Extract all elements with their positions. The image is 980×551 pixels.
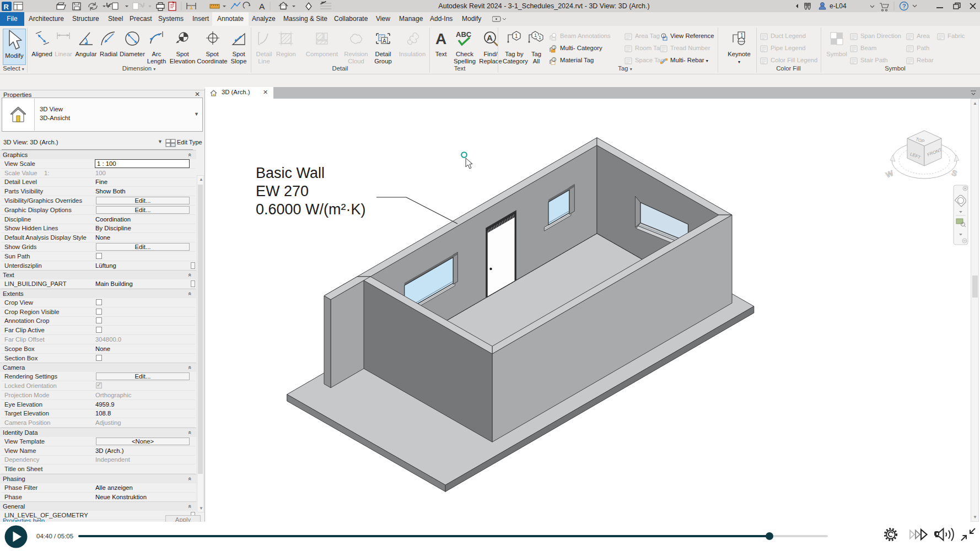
svg-text:0.6000 W/(m²·K): 0.6000 W/(m²·K) [256,201,366,218]
svg-text:1: 1 [534,33,537,38]
svg-text:1: 1 [515,33,518,39]
svg-text:1: 1 [740,33,744,39]
svg-text:A: A [383,38,386,44]
svg-text:1: 1 [539,35,541,40]
svg-text:1: 1 [553,58,556,62]
svg-text:?: ? [902,3,906,9]
svg-text:1: 1 [553,46,556,50]
svg-text:W: W [885,168,895,179]
svg-text:S: S [951,168,959,178]
svg-text:R: R [4,3,9,11]
svg-text:Basic Wall: Basic Wall [256,165,325,181]
svg-text:A: A [487,33,493,42]
svg-text:e-L04: e-L04 [830,2,847,10]
svg-text:EW 270: EW 270 [256,183,309,199]
svg-text:A: A [435,30,446,47]
